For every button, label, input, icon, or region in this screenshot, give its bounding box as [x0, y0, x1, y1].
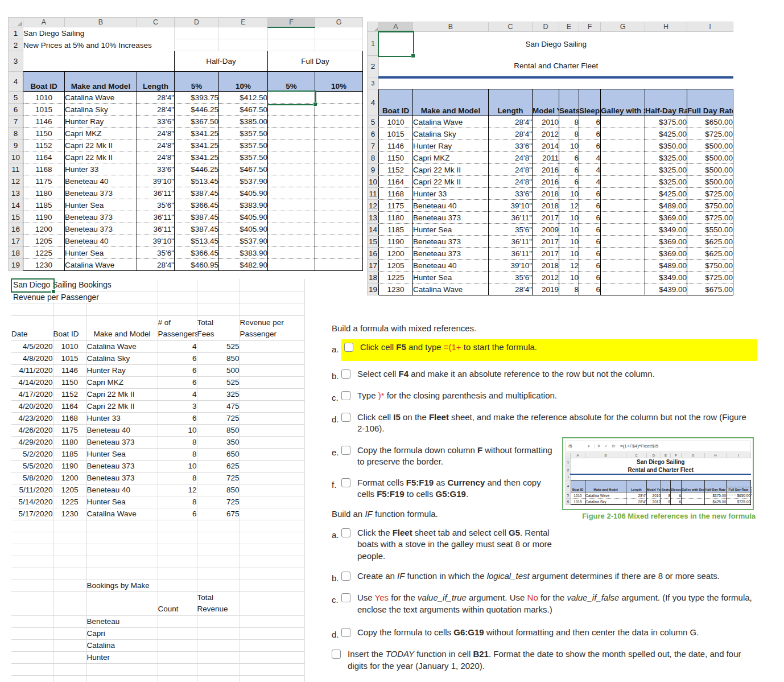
cell[interactable]: Catalina Wave	[86, 508, 158, 520]
cell[interactable]: 2017	[533, 248, 559, 260]
cell[interactable]: $625.00	[687, 236, 733, 248]
cell[interactable]	[53, 532, 86, 544]
cell[interactable]	[158, 520, 197, 532]
table-header[interactable]: Boat ID	[53, 315, 86, 340]
cell[interactable]: 1205	[379, 260, 413, 272]
cell[interactable]	[601, 272, 645, 284]
cell[interactable]: 28'4"	[137, 92, 175, 104]
row-number[interactable]: 1	[9, 27, 23, 39]
cell[interactable]: Catalina Wave	[413, 116, 489, 128]
cell[interactable]: 4	[579, 164, 601, 176]
cell[interactable]: 5/2/2020	[11, 448, 53, 460]
sheet-subtitle-cell[interactable]: Rental and Charter Fleet	[379, 56, 733, 77]
row-number[interactable]: 3	[9, 51, 23, 72]
cell[interactable]	[197, 303, 240, 315]
cell[interactable]: 36'11"	[137, 187, 175, 199]
row-number[interactable]: 7	[9, 116, 23, 128]
cell[interactable]	[158, 532, 197, 544]
cell[interactable]	[240, 352, 304, 364]
cell[interactable]: 2009	[533, 224, 559, 236]
cell[interactable]	[11, 651, 53, 663]
cell[interactable]: 725	[197, 412, 240, 424]
cell[interactable]: $369.00	[645, 212, 687, 224]
cell[interactable]: 4/5/2020	[11, 340, 53, 352]
cell[interactable]: 4/23/2020	[11, 412, 53, 424]
cell[interactable]: 24'8"	[489, 176, 533, 188]
row-number[interactable]: 13	[9, 187, 23, 199]
cell[interactable]	[240, 639, 304, 651]
cell[interactable]	[240, 460, 304, 472]
cell[interactable]	[315, 223, 363, 235]
cell[interactable]: 36'11"	[137, 223, 175, 235]
cell[interactable]: 1230	[23, 259, 65, 271]
cell[interactable]: 10	[559, 272, 579, 284]
cell[interactable]	[11, 556, 53, 568]
table-header[interactable]: Length	[137, 72, 175, 92]
cell[interactable]	[601, 176, 645, 188]
row-number[interactable]: 6	[368, 128, 379, 140]
row-number[interactable]: 8	[9, 128, 23, 139]
column-header-selected[interactable]: F	[268, 18, 315, 27]
cell[interactable]: 6	[158, 376, 197, 388]
cell[interactable]: $366.45	[175, 199, 219, 211]
column-header[interactable]: D	[533, 22, 559, 32]
cell[interactable]: $513.45	[175, 235, 219, 247]
select-all-corner[interactable]	[9, 18, 23, 27]
cell[interactable]: 8	[158, 496, 197, 508]
cell[interactable]	[315, 247, 363, 259]
cell[interactable]	[240, 484, 304, 496]
cell[interactable]: $387.45	[175, 187, 219, 199]
cell[interactable]	[315, 187, 363, 199]
cell[interactable]	[197, 580, 240, 591]
cell[interactable]: Capri 22 Mk II	[413, 164, 489, 176]
row-number[interactable]: 2	[368, 56, 379, 77]
cell[interactable]: Capri MKZ	[65, 128, 137, 139]
cell[interactable]	[240, 556, 304, 568]
cell[interactable]: 650	[197, 448, 240, 460]
cell[interactable]: 24'8"	[489, 152, 533, 164]
cell[interactable]	[315, 104, 363, 116]
cell[interactable]	[268, 163, 315, 175]
cell[interactable]	[240, 303, 304, 315]
cell[interactable]: 1150	[23, 128, 65, 139]
cell[interactable]	[601, 164, 645, 176]
cell[interactable]	[158, 556, 197, 568]
cell[interactable]: 6	[579, 212, 601, 224]
cell[interactable]: Capri MKZ	[413, 152, 489, 164]
cell[interactable]: 525	[197, 376, 240, 388]
cell[interactable]	[175, 39, 219, 51]
cell[interactable]: 39'10"	[137, 235, 175, 247]
checkbox[interactable]	[341, 528, 350, 537]
table-header[interactable]: Make and Model	[413, 89, 489, 116]
cell[interactable]: $537.90	[219, 175, 268, 187]
cell[interactable]: Hunter Sea	[86, 448, 158, 460]
cell[interactable]	[53, 651, 86, 663]
cell[interactable]	[158, 544, 197, 556]
half-day-group-header[interactable]: Half-Day	[175, 51, 268, 72]
cell[interactable]: 1205	[23, 235, 65, 247]
cell[interactable]: 36'11"	[489, 212, 533, 224]
cell[interactable]: 4/11/2020	[11, 364, 53, 376]
cell[interactable]: Catalina	[86, 639, 158, 651]
cell[interactable]: 4	[158, 340, 197, 352]
row-number[interactable]: 18	[9, 247, 23, 259]
cell[interactable]: $550.00	[687, 224, 733, 236]
cell[interactable]: 6	[158, 352, 197, 364]
cell[interactable]: 2010	[533, 116, 559, 128]
row-number[interactable]: 6	[9, 104, 23, 116]
cell[interactable]: Beneteau	[86, 615, 158, 627]
cell[interactable]	[86, 663, 158, 675]
cell[interactable]: 1225	[53, 496, 86, 508]
row-number[interactable]: 16	[368, 248, 379, 260]
cell[interactable]: $750.00	[687, 200, 733, 212]
cell[interactable]: 1168	[53, 412, 86, 424]
cell[interactable]: 10	[559, 248, 579, 260]
cell[interactable]: Capri 22 Mk II	[86, 388, 158, 400]
cell[interactable]: 1205	[53, 484, 86, 496]
cell[interactable]	[11, 303, 53, 315]
cell[interactable]	[315, 175, 363, 187]
cell[interactable]: Beneteau 373	[413, 248, 489, 260]
cell[interactable]: 1150	[379, 152, 413, 164]
table-header[interactable]: Sleeps	[579, 89, 601, 116]
column-header[interactable]: H	[645, 22, 687, 32]
